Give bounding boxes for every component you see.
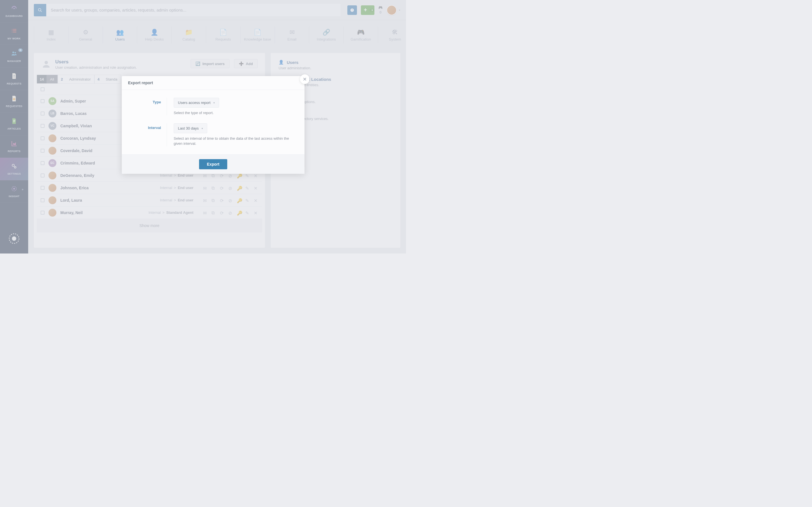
interval-hint: Select an interval of time to obtain the… (174, 136, 296, 146)
chevron-down-icon: ▾ (213, 101, 215, 104)
interval-dropdown[interactable]: Last 30 days ▾ (174, 123, 207, 133)
type-label: Type (130, 98, 167, 115)
close-icon (302, 76, 307, 82)
modal-title: Export report (122, 76, 305, 90)
chevron-down-icon: ▾ (202, 127, 203, 130)
type-dropdown[interactable]: Users access report ▾ (174, 98, 219, 108)
close-button[interactable] (300, 74, 310, 84)
export-button[interactable]: Export (199, 159, 227, 169)
interval-label: Interval (130, 123, 167, 146)
export-report-modal: Export report Type Users access report ▾… (122, 76, 305, 174)
type-hint: Select the type of report. (174, 110, 296, 115)
